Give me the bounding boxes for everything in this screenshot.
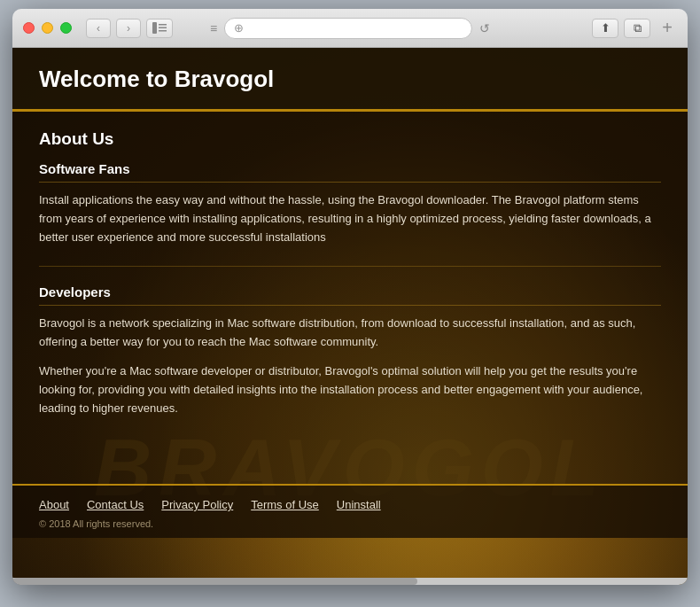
close-button[interactable]: [23, 22, 35, 34]
footer-links: About Contact Us Privacy Policy Terms of…: [39, 498, 661, 511]
address-bar-area: ≡ ⊕ ↺: [210, 18, 490, 39]
scrollbar-thumb[interactable]: [12, 578, 417, 585]
new-tab-button[interactable]: +: [657, 19, 677, 38]
footer-link-contact[interactable]: Contact Us: [87, 498, 144, 511]
sidebar-button[interactable]: [146, 19, 173, 38]
footer-link-privacy[interactable]: Privacy Policy: [161, 498, 233, 511]
share-button[interactable]: ⬆: [592, 19, 618, 38]
back-button[interactable]: ‹: [86, 19, 111, 38]
tab-button[interactable]: ⧉: [624, 19, 650, 38]
page-background: BRAVOGOL Welcome to Bravogol About Us So…: [12, 48, 688, 585]
developers-heading: Developers: [39, 284, 661, 306]
reload-button[interactable]: ↺: [479, 21, 490, 35]
about-us-heading: About Us: [39, 129, 661, 149]
footer-link-about[interactable]: About: [39, 498, 69, 511]
developers-body-1: Bravogol is a network specializing in Ma…: [39, 315, 661, 352]
footer-link-uninstall[interactable]: Uninstall: [337, 498, 381, 511]
sidebar-icon: [152, 22, 167, 34]
titlebar: ‹ › ≡ ⊕ ↺ ⬆ ⧉: [12, 9, 688, 48]
minimize-button[interactable]: [42, 22, 53, 34]
traffic-lights: [23, 22, 72, 34]
software-fans-heading: Software Fans: [39, 161, 661, 183]
developers-section: Developers Bravogol is a network special…: [39, 284, 661, 437]
forward-button[interactable]: ›: [116, 19, 141, 38]
nav-buttons: ‹ ›: [86, 19, 141, 38]
site-title: Welcome to Bravogol: [39, 66, 661, 93]
list-icon: ≡: [210, 21, 217, 35]
page-content: Welcome to Bravogol About Us Software Fa…: [12, 48, 688, 538]
browser-window: ‹ › ≡ ⊕ ↺ ⬆ ⧉: [12, 9, 688, 585]
svg-rect-2: [159, 27, 167, 29]
svg-rect-0: [152, 22, 157, 34]
forward-icon: ›: [127, 22, 130, 35]
software-fans-section: Software Fans Install applications the e…: [39, 161, 661, 267]
footer-link-terms[interactable]: Terms of Use: [251, 498, 319, 511]
site-footer: About Contact Us Privacy Policy Terms of…: [12, 484, 688, 538]
right-buttons: ⬆ ⧉ +: [592, 19, 677, 38]
share-icon: ⬆: [601, 21, 611, 35]
developers-body-2: Whether you're a Mac software developer …: [39, 362, 661, 417]
software-fans-body: Install applications the easy way and wi…: [39, 191, 661, 246]
back-icon: ‹: [97, 22, 100, 35]
maximize-button[interactable]: [60, 22, 72, 34]
tab-icon: ⧉: [634, 21, 642, 35]
svg-rect-3: [159, 30, 167, 32]
address-plus-icon: ⊕: [234, 21, 244, 35]
scrollbar[interactable]: [12, 578, 688, 585]
address-bar[interactable]: ⊕: [224, 18, 472, 39]
main-content: About Us Software Fans Install applicati…: [12, 112, 688, 484]
svg-rect-1: [159, 24, 167, 26]
site-header: Welcome to Bravogol: [12, 48, 688, 112]
footer-copyright: © 2018 All rights reserved.: [39, 518, 661, 529]
browser-content: BRAVOGOL Welcome to Bravogol About Us So…: [12, 48, 688, 585]
